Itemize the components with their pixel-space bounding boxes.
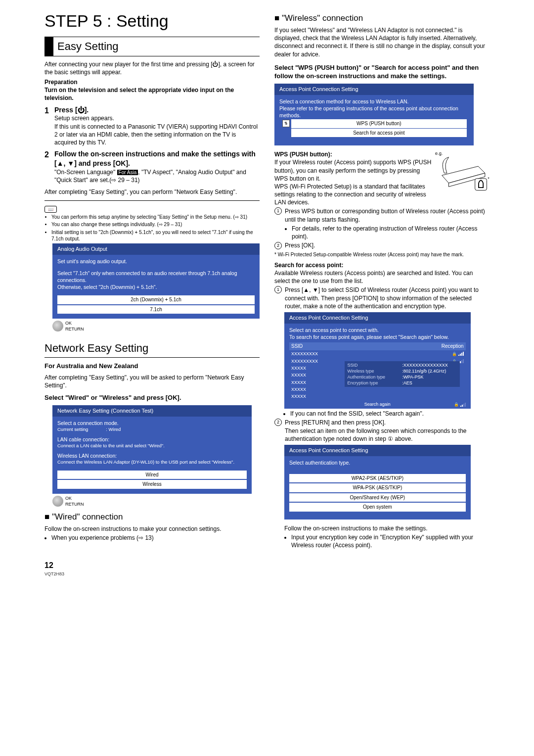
- ssid-row[interactable]: XXXXX: [289, 393, 466, 400]
- wired-option[interactable]: Wired: [57, 471, 247, 479]
- ok-return-2: OK RETURN: [52, 495, 84, 507]
- note-2: You can also change these settings indiv…: [51, 221, 260, 228]
- wired-line2: When you experience problems (⇨ 13): [51, 534, 260, 542]
- network-easy-heading: Network Easy Setting: [44, 341, 260, 356]
- analog-audio-box: Analog Audio Output Set unit's analog au…: [52, 243, 260, 319]
- svg-text:*: *: [488, 176, 490, 181]
- page-title: STEP 5 : Setting: [44, 10, 260, 33]
- wps-mark-icon: ⇅: [282, 120, 290, 127]
- step-2-title: Follow the on-screen instructions and ma…: [54, 149, 260, 168]
- auth-type-box: Access Point Connection Setting Select a…: [284, 445, 471, 520]
- auth-opt-3[interactable]: Open/Shared Key (WEP): [289, 493, 466, 502]
- easy-setting-header: Easy Setting: [44, 37, 260, 56]
- step-2: 2 Follow the on-screen instructions and …: [44, 149, 260, 184]
- wireless-select: Select "WPS (PUSH button)" or "Search fo…: [274, 63, 490, 81]
- ok-icon: [52, 321, 63, 331]
- svg-text:e.g.: e.g.: [435, 151, 443, 156]
- auth-opt-2[interactable]: WPA-PSK (AES/TKIP): [289, 483, 466, 492]
- note-3: Initial setting is set to "2ch (Downmix)…: [51, 229, 260, 242]
- wired-line1: Follow the on-screen instructions to mak…: [44, 525, 260, 533]
- network-intro: After completing "Easy Setting", you wil…: [44, 374, 260, 389]
- wps-footnote: * Wi-Fi Protected Setup-compatible Wirel…: [274, 251, 490, 258]
- wps-step-1: 1 Press WPS button or corresponding butt…: [274, 207, 490, 241]
- wireless-footer-1: Follow the on-screen instructions to mak…: [284, 524, 490, 532]
- auth-opt-1[interactable]: WPA2-PSK (AES/TKIP): [289, 474, 466, 483]
- ok-icon: [52, 496, 63, 507]
- search-step-2: 2 Press [RETURN] and then press [OK]. Th…: [274, 419, 490, 443]
- network-select: Select "Wired" or "Wireless" and press […: [44, 393, 260, 402]
- note-1: You can perform this setup anytime by se…: [51, 214, 260, 221]
- wps-step-2: 2 Press [OK].: [274, 241, 490, 249]
- ok-return-1: OK RETURN: [52, 320, 84, 332]
- ap-connection-box: Access Point Connection Setting Select a…: [274, 84, 474, 145]
- region-label: For Australia and New Zealand: [44, 362, 260, 371]
- step-1: 1 Press [⏻]. Setup screen appears. If th…: [44, 105, 260, 147]
- search-note: If you can not find the SSID, select "Se…: [290, 410, 490, 418]
- wireless-footer-2: Input your encryption key code in "Encry…: [291, 533, 490, 549]
- note-icon: 📖: [44, 206, 57, 213]
- ssid-list-box: Access Point Connection Setting Select a…: [284, 312, 471, 409]
- network-mode-box: Network Easy Setting (Connection Test) S…: [52, 405, 252, 494]
- wps-push-option[interactable]: ⇅ WPS (PUSH button): [291, 119, 467, 128]
- doc-id: VQT2H83: [44, 571, 64, 577]
- step-1-title: Press [⏻].: [54, 105, 260, 115]
- search-ap-option[interactable]: Search for access point: [291, 129, 467, 138]
- auth-opt-4[interactable]: Open system: [289, 503, 466, 512]
- page-number: 12: [44, 560, 64, 571]
- audio-option-2[interactable]: 7.1ch: [57, 305, 255, 314]
- wireless-intro: If you select "Wireless" and "Wireless L…: [274, 26, 490, 58]
- preparation-label: Preparation: [44, 78, 260, 86]
- wired-heading: "Wired" connection: [44, 512, 260, 523]
- easy-intro: After connecting your new player for the…: [44, 60, 260, 76]
- easy-after: After completing "Easy Setting", you can…: [44, 188, 260, 196]
- router-illustration: e.g. *: [435, 150, 490, 191]
- ssid-row[interactable]: XXXXXXXXX🔒: [289, 350, 466, 358]
- preparation-text: Turn on the television and select the ap…: [44, 86, 260, 102]
- ssid-details: SSID:XXXXXXXXXXXXXXX Wireless type:802.1…: [345, 361, 460, 387]
- region-badge: For Asia: [117, 170, 138, 175]
- audio-option-1[interactable]: 2ch (Downmix) + 5.1ch: [57, 295, 255, 304]
- wireless-option[interactable]: Wireless: [57, 480, 247, 489]
- search-step-1: 1 Press [▲, ▼] to select SSID of Wireles…: [274, 286, 490, 310]
- wireless-heading: "Wireless" connection: [274, 13, 490, 24]
- search-again[interactable]: Search again 🔒: [289, 401, 466, 408]
- search-label: Search for access point:: [274, 261, 490, 269]
